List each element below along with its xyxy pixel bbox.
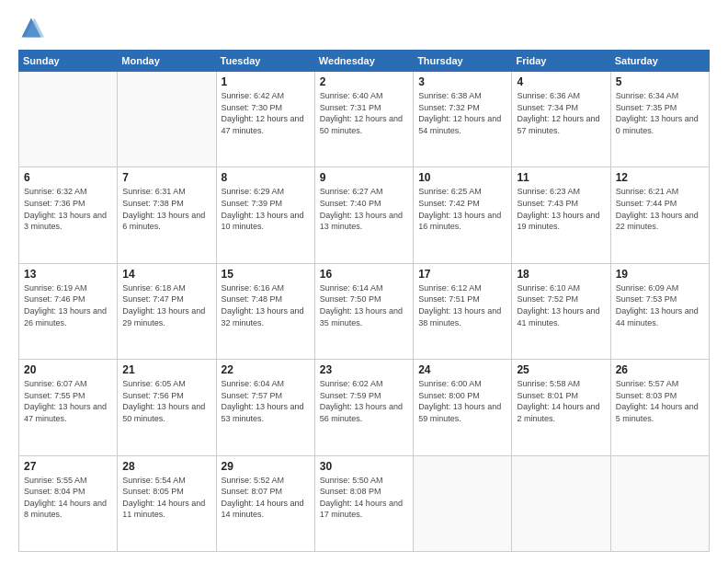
cell-day-number: 17 xyxy=(418,268,506,281)
calendar-cell: 23Sunrise: 6:02 AMSunset: 7:59 PMDayligh… xyxy=(314,360,413,455)
cell-info: Sunrise: 6:32 AMSunset: 7:36 PMDaylight:… xyxy=(24,186,112,232)
calendar-cell: 22Sunrise: 6:04 AMSunset: 7:57 PMDayligh… xyxy=(216,360,314,455)
calendar-cell: 4Sunrise: 6:36 AMSunset: 7:34 PMDaylight… xyxy=(512,72,610,167)
header xyxy=(18,15,710,40)
cell-day-number: 4 xyxy=(517,75,605,88)
cell-info: Sunrise: 6:09 AMSunset: 7:53 PMDaylight:… xyxy=(616,282,704,328)
cell-info: Sunrise: 6:40 AMSunset: 7:31 PMDaylight:… xyxy=(320,90,408,136)
cell-day-number: 3 xyxy=(418,75,506,88)
cell-day-number: 5 xyxy=(616,75,704,88)
calendar-cell xyxy=(610,455,709,551)
cell-day-number: 18 xyxy=(517,268,605,281)
week-row-0: 1Sunrise: 6:42 AMSunset: 7:30 PMDaylight… xyxy=(19,72,710,167)
cell-day-number: 11 xyxy=(517,171,605,184)
cell-info: Sunrise: 6:12 AMSunset: 7:51 PMDaylight:… xyxy=(418,282,506,328)
calendar-cell: 13Sunrise: 6:19 AMSunset: 7:46 PMDayligh… xyxy=(19,263,118,359)
cell-info: Sunrise: 6:05 AMSunset: 7:56 PMDaylight:… xyxy=(122,378,210,424)
cell-day-number: 26 xyxy=(616,363,704,376)
cell-info: Sunrise: 6:29 AMSunset: 7:39 PMDaylight:… xyxy=(222,186,310,232)
calendar-cell: 18Sunrise: 6:10 AMSunset: 7:52 PMDayligh… xyxy=(512,263,610,359)
logo xyxy=(18,15,48,40)
week-row-1: 6Sunrise: 6:32 AMSunset: 7:36 PMDaylight… xyxy=(19,167,710,263)
calendar-cell: 16Sunrise: 6:14 AMSunset: 7:50 PMDayligh… xyxy=(314,263,413,359)
cell-info: Sunrise: 6:16 AMSunset: 7:48 PMDaylight:… xyxy=(222,282,310,328)
weekday-header-saturday: Saturday xyxy=(610,51,709,72)
cell-day-number: 28 xyxy=(122,460,210,473)
calendar-cell: 12Sunrise: 6:21 AMSunset: 7:44 PMDayligh… xyxy=(610,167,709,263)
cell-info: Sunrise: 6:00 AMSunset: 8:00 PMDaylight:… xyxy=(418,378,506,424)
cell-info: Sunrise: 6:36 AMSunset: 7:34 PMDaylight:… xyxy=(517,90,605,136)
cell-info: Sunrise: 6:34 AMSunset: 7:35 PMDaylight:… xyxy=(616,90,704,136)
cell-day-number: 22 xyxy=(222,363,310,376)
cell-day-number: 8 xyxy=(222,171,310,184)
calendar-cell: 28Sunrise: 5:54 AMSunset: 8:05 PMDayligh… xyxy=(118,455,216,551)
cell-day-number: 16 xyxy=(320,268,408,281)
cell-info: Sunrise: 6:14 AMSunset: 7:50 PMDaylight:… xyxy=(320,282,408,328)
cell-info: Sunrise: 6:10 AMSunset: 7:52 PMDaylight:… xyxy=(517,282,605,328)
calendar-cell: 29Sunrise: 5:52 AMSunset: 8:07 PMDayligh… xyxy=(216,455,314,551)
cell-day-number: 2 xyxy=(320,75,408,88)
calendar-cell: 30Sunrise: 5:50 AMSunset: 8:08 PMDayligh… xyxy=(314,455,413,551)
cell-info: Sunrise: 6:19 AMSunset: 7:46 PMDaylight:… xyxy=(24,282,112,328)
calendar-cell: 17Sunrise: 6:12 AMSunset: 7:51 PMDayligh… xyxy=(414,263,512,359)
cell-info: Sunrise: 6:23 AMSunset: 7:43 PMDaylight:… xyxy=(517,186,605,232)
cell-day-number: 21 xyxy=(122,363,210,376)
cell-info: Sunrise: 6:02 AMSunset: 7:59 PMDaylight:… xyxy=(320,378,408,424)
cell-day-number: 14 xyxy=(122,268,210,281)
cell-day-number: 25 xyxy=(517,363,605,376)
cell-day-number: 9 xyxy=(320,171,408,184)
calendar-cell: 9Sunrise: 6:27 AMSunset: 7:40 PMDaylight… xyxy=(314,167,413,263)
page: SundayMondayTuesdayWednesdayThursdayFrid… xyxy=(0,0,728,563)
calendar-cell: 26Sunrise: 5:57 AMSunset: 8:03 PMDayligh… xyxy=(610,360,709,455)
weekday-header-thursday: Thursday xyxy=(414,51,512,72)
calendar-cell: 10Sunrise: 6:25 AMSunset: 7:42 PMDayligh… xyxy=(414,167,512,263)
weekday-header-wednesday: Wednesday xyxy=(314,51,413,72)
cell-day-number: 23 xyxy=(320,363,408,376)
calendar-cell: 21Sunrise: 6:05 AMSunset: 7:56 PMDayligh… xyxy=(118,360,216,455)
cell-day-number: 6 xyxy=(24,171,112,184)
cell-info: Sunrise: 6:38 AMSunset: 7:32 PMDaylight:… xyxy=(418,90,506,136)
cell-day-number: 12 xyxy=(616,171,704,184)
cell-day-number: 1 xyxy=(222,75,310,88)
week-row-3: 20Sunrise: 6:07 AMSunset: 7:55 PMDayligh… xyxy=(19,360,710,455)
week-row-2: 13Sunrise: 6:19 AMSunset: 7:46 PMDayligh… xyxy=(19,263,710,359)
cell-day-number: 27 xyxy=(24,460,112,473)
calendar-cell: 11Sunrise: 6:23 AMSunset: 7:43 PMDayligh… xyxy=(512,167,610,263)
cell-day-number: 30 xyxy=(320,460,408,473)
weekday-header-row: SundayMondayTuesdayWednesdayThursdayFrid… xyxy=(19,51,710,72)
cell-info: Sunrise: 6:27 AMSunset: 7:40 PMDaylight:… xyxy=(320,186,408,232)
calendar-cell xyxy=(19,72,118,167)
cell-day-number: 20 xyxy=(24,363,112,376)
cell-info: Sunrise: 5:57 AMSunset: 8:03 PMDaylight:… xyxy=(616,378,704,424)
cell-day-number: 19 xyxy=(616,268,704,281)
cell-day-number: 15 xyxy=(222,268,310,281)
weekday-header-monday: Monday xyxy=(118,51,216,72)
cell-day-number: 7 xyxy=(122,171,210,184)
cell-info: Sunrise: 5:54 AMSunset: 8:05 PMDaylight:… xyxy=(122,475,210,521)
calendar-cell: 15Sunrise: 6:16 AMSunset: 7:48 PMDayligh… xyxy=(216,263,314,359)
cell-info: Sunrise: 5:55 AMSunset: 8:04 PMDaylight:… xyxy=(24,475,112,521)
cell-day-number: 24 xyxy=(418,363,506,376)
cell-info: Sunrise: 5:50 AMSunset: 8:08 PMDaylight:… xyxy=(320,475,408,521)
calendar-cell: 6Sunrise: 6:32 AMSunset: 7:36 PMDaylight… xyxy=(19,167,118,263)
cell-info: Sunrise: 6:18 AMSunset: 7:47 PMDaylight:… xyxy=(122,282,210,328)
weekday-header-tuesday: Tuesday xyxy=(216,51,314,72)
calendar-cell xyxy=(118,72,216,167)
cell-info: Sunrise: 5:58 AMSunset: 8:01 PMDaylight:… xyxy=(517,378,605,424)
cell-info: Sunrise: 6:21 AMSunset: 7:44 PMDaylight:… xyxy=(616,186,704,232)
logo-icon xyxy=(18,15,44,40)
weekday-header-friday: Friday xyxy=(512,51,610,72)
cell-day-number: 10 xyxy=(418,171,506,184)
calendar-cell: 14Sunrise: 6:18 AMSunset: 7:47 PMDayligh… xyxy=(118,263,216,359)
cell-info: Sunrise: 6:04 AMSunset: 7:57 PMDaylight:… xyxy=(222,378,310,424)
week-row-4: 27Sunrise: 5:55 AMSunset: 8:04 PMDayligh… xyxy=(19,455,710,551)
calendar-cell: 24Sunrise: 6:00 AMSunset: 8:00 PMDayligh… xyxy=(414,360,512,455)
cell-info: Sunrise: 6:25 AMSunset: 7:42 PMDaylight:… xyxy=(418,186,506,232)
calendar-cell xyxy=(512,455,610,551)
calendar-cell: 20Sunrise: 6:07 AMSunset: 7:55 PMDayligh… xyxy=(19,360,118,455)
calendar-cell: 27Sunrise: 5:55 AMSunset: 8:04 PMDayligh… xyxy=(19,455,118,551)
cell-info: Sunrise: 5:52 AMSunset: 8:07 PMDaylight:… xyxy=(222,475,310,521)
cell-info: Sunrise: 6:07 AMSunset: 7:55 PMDaylight:… xyxy=(24,378,112,424)
cell-info: Sunrise: 6:31 AMSunset: 7:38 PMDaylight:… xyxy=(122,186,210,232)
cell-day-number: 13 xyxy=(24,268,112,281)
